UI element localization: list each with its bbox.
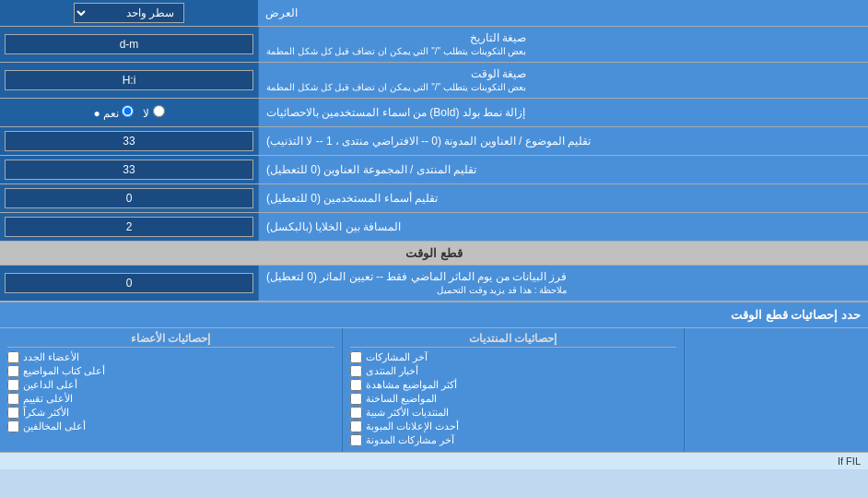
- qata-alwaqt-title: قطع الوقت: [405, 246, 463, 260]
- cb-a3la-kutab: أعلى كتاب المواضيع: [7, 365, 334, 377]
- cb-akhbar-muntada: أخبار المنتدى: [350, 365, 677, 377]
- time-format-input[interactable]: [5, 70, 253, 90]
- date-format-input[interactable]: [5, 34, 253, 54]
- trim-forum-label-text: تقليم المنتدى / المجموعة العناوين (0 للت…: [266, 163, 476, 176]
- trim-users-label-text: تقليم أسماء المستخدمين (0 للتعطيل): [266, 192, 438, 205]
- cb-mawadee3-sakhina-input[interactable]: [350, 393, 362, 405]
- cb-a3la-da3een: أعلى الداعين: [7, 379, 334, 391]
- cell-spacing-row: المسافة بين الخلايا (بالبكسل): [0, 213, 868, 242]
- trim-forum-row: تقليم المنتدى / المجموعة العناوين (0 للت…: [0, 156, 868, 184]
- cb-akhir-musharkaat-madona: آخر مشاركات المدونة: [350, 434, 677, 446]
- trim-users-input[interactable]: [5, 188, 253, 208]
- cb-a3la-taqyeem-input[interactable]: [7, 393, 19, 405]
- cb-akhir-musharkaat: آخر المشاركات: [350, 351, 677, 363]
- cb-akthar-mushahadah-input[interactable]: [350, 379, 362, 391]
- stats-col-members-header: إحصائيات الأعضاء: [7, 332, 334, 348]
- top-label-text: العرض: [265, 6, 298, 19]
- cell-spacing-label-text: المسافة بين الخلايا (بالبكسل): [266, 220, 401, 233]
- filter-data-input[interactable]: [5, 273, 253, 293]
- cb-ahdath-ilaanat-input[interactable]: [350, 420, 362, 432]
- date-format-label-text: صيغة التاريخ بعض التكوينات يتطلب "/" الت…: [266, 31, 526, 57]
- cb-a3daa-jodod-input[interactable]: [7, 351, 19, 363]
- radio-no[interactable]: [153, 105, 165, 117]
- cb-akhbar-muntada-input[interactable]: [350, 365, 362, 377]
- stats-col-forums-header: إحصائيات المنتديات: [350, 332, 677, 348]
- footer-text: If FIL: [838, 456, 861, 467]
- cb-a3la-kutab-input[interactable]: [7, 365, 19, 377]
- trim-subject-label: تقليم الموضوع / العناوين المدونة (0 -- ا…: [258, 127, 868, 155]
- filter-data-row: فرز البيانات من يوم الماثر الماضي فقط --…: [0, 266, 868, 302]
- cb-a3la-mukhalifeen: أعلى المخالفين: [7, 420, 334, 432]
- time-format-label-text: صيغة الوقت بعض التكوينات يتطلب "/" التي …: [266, 67, 526, 93]
- trim-forum-label: تقليم المنتدى / المجموعة العناوين (0 للت…: [258, 156, 868, 183]
- date-format-row: صيغة التاريخ بعض التكوينات يتطلب "/" الت…: [0, 27, 868, 63]
- qata-alwaqt-header: قطع الوقت: [0, 242, 868, 266]
- stats-col-members: إحصائيات الأعضاء الأعضاء الجدد أعلى كتاب…: [0, 328, 342, 452]
- stats-grid: إحصائيات المنتديات آخر المشاركات أخبار ا…: [0, 328, 868, 452]
- cb-a3la-da3een-input[interactable]: [7, 379, 19, 391]
- cb-akthar-shukran-input[interactable]: [7, 407, 19, 419]
- cell-spacing-label: المسافة بين الخلايا (بالبكسل): [258, 213, 868, 241]
- date-format-label: صيغة التاريخ بعض التكوينات يتطلب "/" الت…: [258, 27, 868, 62]
- top-select-cell: سطر واحد سطران ثلاثة أسطر: [0, 0, 258, 26]
- time-format-row: صيغة الوقت بعض التكوينات يتطلب "/" التي …: [0, 63, 868, 99]
- time-format-input-cell: [0, 63, 258, 98]
- trim-subject-input[interactable]: [5, 131, 253, 151]
- radio-no-label: لا: [143, 105, 164, 120]
- cb-a3la-taqyeem: الأعلى تقييم: [7, 393, 334, 405]
- trim-subject-row: تقليم الموضوع / العناوين المدونة (0 -- ا…: [0, 127, 868, 156]
- trim-users-label: تقليم أسماء المستخدمين (0 للتعطيل): [258, 184, 868, 212]
- filter-data-input-cell: [0, 266, 258, 301]
- cell-spacing-input-cell: [0, 213, 258, 241]
- trim-subject-label-text: تقليم الموضوع / العناوين المدونة (0 -- ا…: [266, 135, 591, 148]
- radio-yes[interactable]: [122, 105, 134, 117]
- trim-subject-input-cell: [0, 127, 258, 155]
- bold-remove-row: إزالة نمط بولد (Bold) من اسماء المستخدمي…: [0, 99, 868, 127]
- cb-akhir-musharkaat-madona-input[interactable]: [350, 434, 362, 446]
- top-label: العرض: [258, 0, 868, 26]
- footer: If FIL: [0, 452, 868, 469]
- cb-akthar-shukran: الأكثر شكراً: [7, 407, 334, 419]
- top-row: العرض سطر واحد سطران ثلاثة أسطر: [0, 0, 868, 27]
- cb-akthar-shobia: المنتديات الأكثر شبية: [350, 407, 677, 419]
- cb-a3daa-jodod: الأعضاء الجدد: [7, 351, 334, 363]
- filter-data-label-text: فرز البيانات من يوم الماثر الماضي فقط --…: [266, 270, 567, 296]
- stats-empty-label: [684, 328, 868, 452]
- cb-mawadee3-sakhina: المواضيع الساخنة: [350, 393, 677, 405]
- cb-akthar-shobia-input[interactable]: [350, 407, 362, 419]
- trim-users-row: تقليم أسماء المستخدمين (0 للتعطيل): [0, 184, 868, 213]
- date-format-input-cell: [0, 27, 258, 62]
- cb-akhir-musharkaat-input[interactable]: [350, 351, 362, 363]
- filter-data-label: فرز البيانات من يوم الماثر الماضي فقط --…: [258, 266, 868, 301]
- cb-akthar-mushahadah: أكثر المواضيع مشاهدة: [350, 379, 677, 391]
- trim-forum-input[interactable]: [5, 160, 253, 180]
- time-format-label: صيغة الوقت بعض التكوينات يتطلب "/" التي …: [258, 63, 868, 98]
- stats-section-title: حدد إحصائيات قطع الوقت: [731, 308, 861, 322]
- cb-ahdath-ilaanat: أحدث الإعلانات المبوبة: [350, 420, 677, 432]
- stats-col-forums: إحصائيات المنتديات آخر المشاركات أخبار ا…: [342, 328, 685, 452]
- bold-remove-radio-cell: لا نعم ●: [0, 99, 258, 126]
- bold-remove-label: إزالة نمط بولد (Bold) من اسماء المستخدمي…: [258, 99, 868, 126]
- trim-users-input-cell: [0, 184, 258, 212]
- display-select[interactable]: سطر واحد سطران ثلاثة أسطر: [74, 3, 184, 23]
- bold-remove-label-text: إزالة نمط بولد (Bold) من اسماء المستخدمي…: [266, 106, 525, 119]
- stats-section-header: حدد إحصائيات قطع الوقت: [0, 302, 868, 328]
- trim-forum-input-cell: [0, 156, 258, 183]
- cb-a3la-mukhalifeen-input[interactable]: [7, 420, 19, 432]
- cell-spacing-input[interactable]: [5, 217, 253, 237]
- radio-yes-label: نعم ●: [93, 105, 134, 120]
